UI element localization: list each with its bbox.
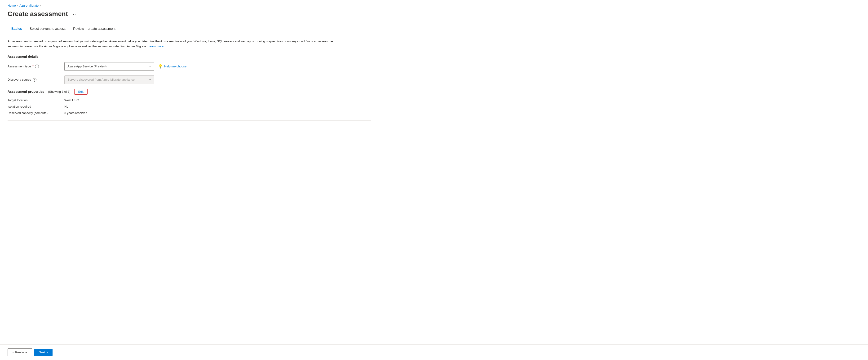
page-header: Create assessment ··· [7, 10, 371, 18]
property-value-target-location: West US 2 [64, 98, 79, 102]
discovery-source-control-wrapper: Servers discovered from Azure Migrate ap… [64, 75, 154, 84]
assessment-type-arrow-icon: ▼ [149, 65, 151, 68]
help-me-choose-link[interactable]: 💡 Help me choose [158, 64, 186, 69]
tabs-container: Basics Select servers to assess Review +… [7, 24, 371, 33]
property-row-reserved-capacity: Reserved capacity (compute) 3 years rese… [7, 111, 371, 115]
properties-list: Target location West US 2 Isolation requ… [7, 98, 371, 115]
footer: < Previous Next > [0, 345, 868, 360]
assessment-type-control-wrapper: Azure App Service (Preview) ▼ 💡 Help me … [64, 62, 186, 71]
property-label-reserved-capacity: Reserved capacity (compute) [7, 111, 64, 115]
property-row-isolation-required: Isolation required No [7, 105, 371, 108]
assessment-details-title: Assessment details [7, 55, 371, 58]
edit-button[interactable]: Edit [74, 89, 88, 95]
assessment-type-row: Assessment type * i Azure App Service (P… [7, 62, 371, 71]
previous-button[interactable]: < Previous [7, 349, 32, 356]
tab-review-create[interactable]: Review + create assessment [69, 24, 119, 33]
discovery-source-info-icon[interactable]: i [33, 78, 36, 81]
ellipsis-button[interactable]: ··· [71, 10, 80, 18]
property-label-isolation-required: Isolation required [7, 105, 64, 108]
assessment-type-info-icon[interactable]: i [35, 65, 39, 68]
assessment-properties-header: Assessment properties (Showing 3 of 7) E… [7, 89, 371, 95]
page-title: Create assessment [7, 10, 68, 18]
property-row-target-location: Target location West US 2 [7, 98, 371, 102]
breadcrumb-separator-1: › [17, 4, 18, 7]
tab-basics[interactable]: Basics [7, 24, 26, 33]
learn-more-link[interactable]: Learn more. [148, 44, 164, 48]
tab-select-servers[interactable]: Select servers to assess [26, 24, 69, 33]
breadcrumb-azure-migrate[interactable]: Azure Migrate [20, 4, 38, 7]
property-value-isolation-required: No [64, 105, 68, 108]
showing-label: (Showing 3 of 7) [48, 90, 70, 93]
property-label-target-location: Target location [7, 98, 64, 102]
description-text: An assessment is created on a group of s… [7, 39, 339, 49]
property-value-reserved-capacity: 3 years reserved [64, 111, 87, 115]
discovery-source-dropdown: Servers discovered from Azure Migrate ap… [64, 75, 154, 84]
assessment-type-label: Assessment type * i [7, 65, 64, 68]
breadcrumb-home[interactable]: Home [7, 4, 16, 7]
discovery-source-row: Discovery source i Servers discovered fr… [7, 75, 371, 84]
assessment-properties-title: Assessment properties [7, 90, 44, 93]
breadcrumb-separator-2: › [40, 4, 41, 7]
required-star: * [32, 65, 34, 68]
bulb-icon: 💡 [158, 64, 163, 69]
assessment-type-dropdown[interactable]: Azure App Service (Preview) ▼ [64, 62, 154, 71]
breadcrumb: Home › Azure Migrate › [7, 4, 371, 7]
discovery-source-arrow-icon: ▼ [149, 78, 151, 81]
discovery-source-label: Discovery source i [7, 78, 64, 81]
next-button[interactable]: Next > [34, 349, 53, 356]
